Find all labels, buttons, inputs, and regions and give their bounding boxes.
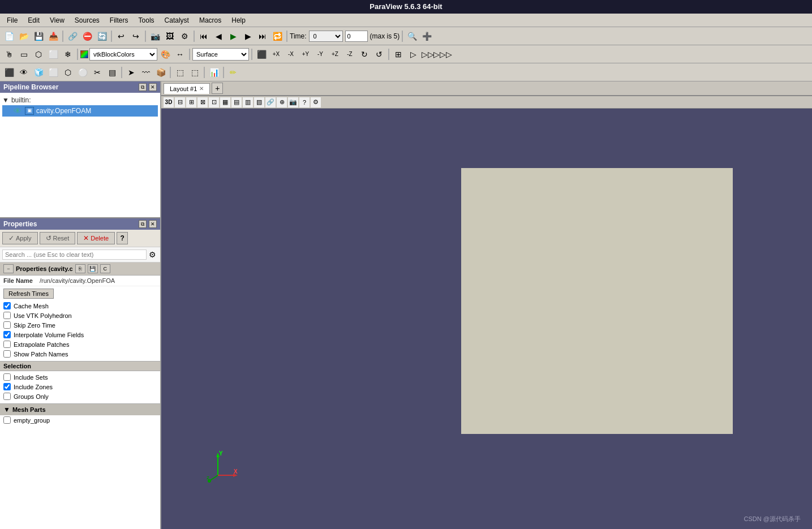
reset-camera-btn[interactable]: ⊞ <box>392 48 405 61</box>
menu-macros[interactable]: Macros <box>195 15 226 25</box>
orient-x-btn[interactable]: +X <box>269 48 283 61</box>
rotate-cw-btn[interactable]: ↻ <box>358 48 371 61</box>
show-patch-checkbox[interactable] <box>3 350 11 358</box>
screenshot-btn[interactable]: 🖼 <box>163 29 177 43</box>
props-close-btn[interactable]: ✕ <box>149 220 157 228</box>
interpolate-checkbox[interactable] <box>3 331 11 338</box>
delete-button[interactable]: ✕ Delete <box>77 232 115 244</box>
pencil-btn[interactable]: ✏ <box>226 66 240 79</box>
settings-btn[interactable]: ⚙ <box>178 29 191 43</box>
section-copy-btn[interactable]: ⎘ <box>75 264 85 273</box>
disconnect-btn[interactable]: ⛔ <box>80 29 94 43</box>
add-tab-btn[interactable]: + <box>212 83 223 94</box>
vp-link-btn[interactable]: 🔗 <box>265 97 276 107</box>
orient-z-btn[interactable]: +Z <box>328 48 342 61</box>
pipeline-item-cavity[interactable]: 👁 ▣ cavity.OpenFOAM <box>2 105 158 117</box>
include-sets-checkbox[interactable] <box>3 373 11 381</box>
orient-neg-x-btn[interactable]: -X <box>284 48 298 61</box>
refresh-times-button[interactable]: Refresh Times <box>3 289 54 299</box>
reset-button[interactable]: ↺ Reset <box>40 232 76 244</box>
camera-btn[interactable]: 📷 <box>148 29 162 43</box>
eye-btn[interactable]: 👁 <box>17 66 31 79</box>
vp-split6-btn[interactable]: ▤ <box>231 97 242 107</box>
menu-filters[interactable]: Filters <box>105 15 133 25</box>
vp-split8-btn[interactable]: ▧ <box>254 97 264 107</box>
pipeline-close-btn[interactable]: ✕ <box>149 83 157 91</box>
menu-tools[interactable]: Tools <box>134 15 159 25</box>
menu-catalyst[interactable]: Catalyst <box>160 15 194 25</box>
select-surface-btn[interactable]: ⬜ <box>46 48 60 61</box>
open-btn[interactable]: 📂 <box>17 29 31 43</box>
section-save-btn[interactable]: 💾 <box>88 264 98 273</box>
menu-help[interactable]: Help <box>227 15 250 25</box>
help-button[interactable]: ? <box>117 232 128 244</box>
empty-group-checkbox[interactable] <box>3 416 11 424</box>
color-array-select[interactable]: vtkBlockColors <box>89 48 157 61</box>
groups-only-checkbox[interactable] <box>3 393 11 400</box>
loop-btn[interactable]: 🔁 <box>270 29 284 43</box>
zoom-box-btn[interactable]: ➕ <box>420 29 433 43</box>
first-frame-btn[interactable]: ⏮ <box>197 29 210 43</box>
play-btn[interactable]: ▶ <box>226 29 240 43</box>
vp-split5-btn[interactable]: ▦ <box>220 97 230 107</box>
solid-btn[interactable]: ⬜ <box>46 66 60 79</box>
section-load-btn[interactable]: C <box>100 264 110 273</box>
undo-btn[interactable]: ↩ <box>114 29 128 43</box>
render3-btn[interactable]: ▷▷▷ <box>436 48 449 61</box>
menu-file[interactable]: File <box>2 15 22 25</box>
edit-colormap-btn[interactable]: 🎨 <box>158 48 172 61</box>
search-input[interactable] <box>2 250 147 260</box>
time-value-select[interactable]: 0 <box>309 31 343 42</box>
load-state-btn[interactable]: 📥 <box>46 29 60 43</box>
vp-split2-btn[interactable]: ⊞ <box>186 97 196 107</box>
layout-tab[interactable]: Layout #1 ✕ <box>164 83 210 94</box>
time-step-input[interactable] <box>345 31 368 42</box>
redo-btn[interactable]: ↪ <box>129 29 143 43</box>
props-undock-btn[interactable]: ⧉ <box>139 220 147 228</box>
menu-sources[interactable]: Sources <box>70 15 104 25</box>
vp-camera2-btn[interactable]: 📷 <box>288 97 298 107</box>
prev-frame-btn[interactable]: ◀ <box>212 29 225 43</box>
zoom-to-data-btn[interactable]: 🔍 <box>405 29 419 43</box>
search-settings-icon[interactable]: ⚙ <box>147 249 158 260</box>
vp-3d-btn[interactable]: 3D <box>164 97 174 107</box>
stream-btn[interactable]: 〰 <box>139 66 153 79</box>
orient-neg-z-btn[interactable]: -Z <box>343 48 356 61</box>
macro2-btn[interactable]: ⬚ <box>188 66 201 79</box>
clip-btn[interactable]: ✂ <box>91 66 104 79</box>
select-points-btn[interactable]: ⬡ <box>32 48 45 61</box>
menu-edit[interactable]: Edit <box>23 15 44 25</box>
viewport-canvas[interactable]: Y X Z CSDN @源代码杀手 <box>161 109 812 529</box>
pipeline-undock-btn[interactable]: ⧉ <box>139 83 147 91</box>
vp-orient-btn[interactable]: ⊕ <box>277 97 287 107</box>
vp-split3-btn[interactable]: ⊠ <box>197 97 208 107</box>
graph-btn[interactable]: 📊 <box>207 66 221 79</box>
save-state-btn[interactable]: 💾 <box>32 29 45 43</box>
orient-y-btn[interactable]: +Y <box>299 48 312 61</box>
reload-btn[interactable]: 🔄 <box>95 29 109 43</box>
arrows-btn[interactable]: ➤ <box>124 66 138 79</box>
wire-btn[interactable]: ⬡ <box>61 66 75 79</box>
render2-btn[interactable]: ▷▷ <box>421 48 435 61</box>
apply-button[interactable]: ✓ Apply <box>2 232 38 244</box>
vr-btn[interactable]: ⬛ <box>2 66 16 79</box>
select-cells-btn[interactable]: ▭ <box>17 48 31 61</box>
interact-btn[interactable]: 🖱 <box>2 48 16 61</box>
render-btn[interactable]: ▷ <box>406 48 420 61</box>
render-mode-select[interactable]: Surface Wireframe Points <box>192 48 249 61</box>
section-collapse-btn[interactable]: − <box>3 264 14 273</box>
vp-split1-btn[interactable]: ⊟ <box>175 97 185 107</box>
use-vtk-checkbox[interactable] <box>3 312 11 319</box>
connect-btn[interactable]: 🔗 <box>66 29 79 43</box>
cube-btn[interactable]: 🧊 <box>32 66 45 79</box>
macro1-btn[interactable]: ⬚ <box>173 66 187 79</box>
outline-btn[interactable]: ⬛ <box>255 48 268 61</box>
rotate-ccw-btn[interactable]: ↺ <box>372 48 386 61</box>
vp-split7-btn[interactable]: ▥ <box>243 97 253 107</box>
cache-mesh-checkbox[interactable] <box>3 302 11 309</box>
vp-split4-btn[interactable]: ⊡ <box>209 97 219 107</box>
vp-settings2-btn[interactable]: ⚙ <box>311 97 321 107</box>
tab-close-icon[interactable]: ✕ <box>199 85 204 92</box>
orient-neg-y-btn[interactable]: -Y <box>313 48 327 61</box>
next-frame-btn[interactable]: ▶ <box>241 29 255 43</box>
